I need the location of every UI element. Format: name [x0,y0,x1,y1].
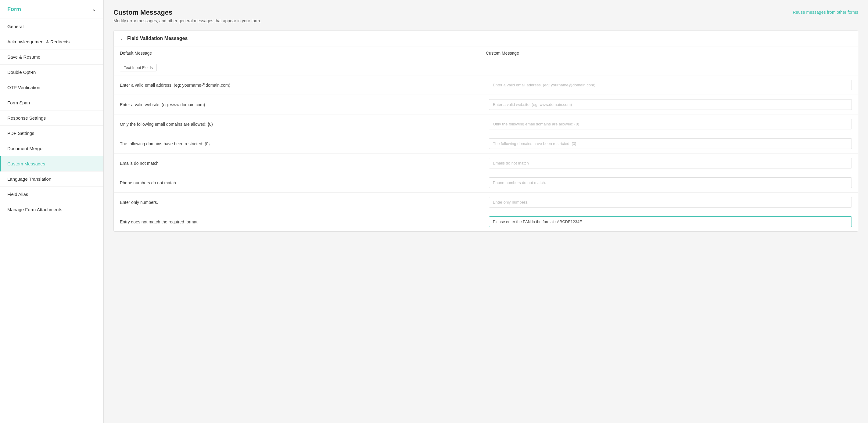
message-rows-container: Enter a valid email address. (eg: yourna… [114,75,858,231]
sidebar-item-response-settings[interactable]: Response Settings [0,111,103,126]
page-title: Custom Messages [114,8,261,17]
reuse-messages-link[interactable]: Reuse messages from other forms [793,10,858,14]
table-row: Enter a valid email address. (eg: yourna… [114,75,858,95]
sidebar-item-acknowledgement[interactable]: Acknowledgement & Redirects [0,34,103,50]
sidebar-item-save-resume[interactable]: Save & Resume [0,50,103,65]
custom-message-input-wrapper-4 [489,158,852,169]
sidebar-item-language-translation[interactable]: Language Translation [0,172,103,187]
table-row: Entry does not match the required format… [114,212,858,231]
custom-message-input-wrapper-0 [489,80,852,90]
sidebar-items-list: GeneralAcknowledgement & RedirectsSave &… [0,19,103,217]
sidebar-item-pdf-settings[interactable]: PDF Settings [0,126,103,141]
custom-message-input-wrapper-5 [489,177,852,188]
custom-message-input-4[interactable] [489,158,852,169]
sidebar-item-general[interactable]: General [0,19,103,34]
table-row: Enter a valid website. (eg: www.domain.c… [114,95,858,115]
card-chevron-icon: ⌄ [120,36,124,41]
sidebar: Form ⌄ GeneralAcknowledgement & Redirect… [0,0,104,423]
sidebar-item-form-span[interactable]: Form Span [0,95,103,111]
custom-message-input-2[interactable] [489,119,852,129]
default-message-3: The following domains have been restrict… [120,141,483,146]
sidebar-item-custom-messages[interactable]: Custom Messages [0,156,103,172]
custom-message-input-wrapper-6 [489,197,852,208]
sidebar-item-otp-verification[interactable]: OTP Verification [0,80,103,95]
custom-message-input-1[interactable] [489,99,852,110]
col-custom-label: Custom Message [486,51,852,56]
sidebar-item-field-alias[interactable]: Field Alias [0,187,103,202]
default-message-2: Only the following email domains are all… [120,122,483,127]
custom-message-input-0[interactable] [489,80,852,90]
sidebar-item-manage-form-attachments[interactable]: Manage Form Attachments [0,202,103,217]
card-header[interactable]: ⌄ Field Validation Messages [114,31,858,47]
card-header-title: Field Validation Messages [127,36,188,41]
default-message-0: Enter a valid email address. (eg: yourna… [120,83,483,88]
default-message-5: Phone numbers do not match. [120,180,483,185]
table-row: Enter only numbers. [114,192,858,212]
table-row: Emails do not match [114,153,858,173]
field-validation-card: ⌄ Field Validation Messages Default Mess… [114,31,858,232]
chevron-down-icon: ⌄ [92,6,96,12]
default-message-4: Emails do not match [120,161,483,166]
custom-message-input-wrapper-3 [489,138,852,149]
main-content: Custom Messages Modify error messages, a… [104,0,868,423]
sidebar-form-label: Form [7,6,21,12]
table-row: Only the following email domains are all… [114,115,858,134]
column-headers: Default Message Custom Message [114,47,858,60]
text-input-fields-section: Text Input Fields [114,60,858,75]
default-message-7: Entry does not match the required format… [120,219,483,224]
custom-message-input-5[interactable] [489,177,852,188]
custom-message-input-wrapper-7 [489,216,852,227]
sidebar-item-double-opt-in[interactable]: Double Opt-In [0,65,103,80]
col-default-label: Default Message [120,51,486,56]
default-message-1: Enter a valid website. (eg: www.domain.c… [120,102,483,107]
section-group-label: Text Input Fields [120,64,157,71]
custom-message-input-wrapper-1 [489,99,852,110]
custom-message-input-wrapper-2 [489,119,852,129]
table-row: Phone numbers do not match. [114,173,858,192]
custom-message-input-3[interactable] [489,138,852,149]
table-row: The following domains have been restrict… [114,134,858,153]
page-subtitle: Modify error messages, and other general… [114,18,261,23]
page-header-left: Custom Messages Modify error messages, a… [114,8,261,23]
page-header: Custom Messages Modify error messages, a… [114,8,858,23]
sidebar-item-document-merge[interactable]: Document Merge [0,141,103,156]
default-message-6: Enter only numbers. [120,200,483,205]
custom-message-input-7[interactable] [489,216,852,227]
sidebar-form-header[interactable]: Form ⌄ [0,0,103,19]
custom-message-input-6[interactable] [489,197,852,208]
